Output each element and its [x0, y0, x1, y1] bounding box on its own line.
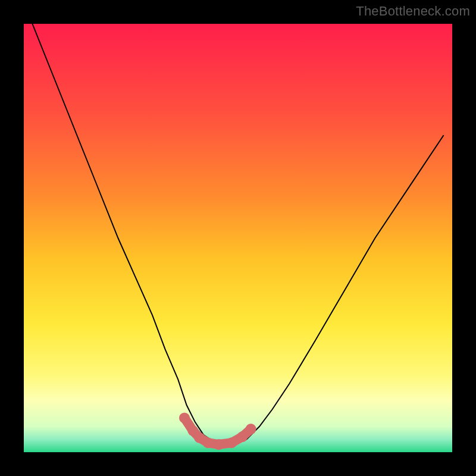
plot-area	[24, 24, 452, 452]
chart-svg	[24, 24, 452, 452]
valley-bead	[226, 437, 237, 448]
gradient-background	[24, 24, 452, 452]
valley-bead	[214, 439, 224, 450]
valley-bead	[246, 424, 256, 434]
valley-bead	[203, 437, 214, 448]
watermark-label: TheBottleneck.com	[356, 4, 470, 19]
valley-bead	[237, 431, 248, 442]
chart-frame: TheBottleneck.com	[0, 0, 476, 476]
valley-bead	[179, 412, 190, 423]
